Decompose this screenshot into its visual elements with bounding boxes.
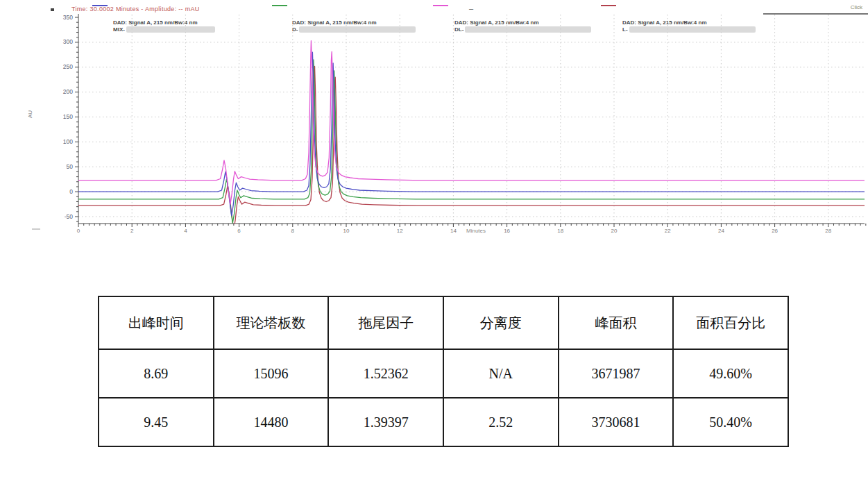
cell-theoretical-plates: 14480 bbox=[214, 398, 329, 446]
svg-text:16: 16 bbox=[504, 228, 510, 234]
col-header-retention-time: 出峰时间 bbox=[99, 296, 214, 349]
cell-tailing-factor: 1.52362 bbox=[328, 349, 443, 398]
cell-peak-area: 3671987 bbox=[559, 349, 674, 398]
svg-text:-50: -50 bbox=[65, 213, 74, 220]
col-header-tailing-factor: 拖尾因子 bbox=[328, 296, 443, 349]
svg-text:50: 50 bbox=[67, 163, 74, 170]
chromatogram-plot[interactable]: 350300250200150100500-500246810121416182… bbox=[0, 0, 868, 244]
svg-text:350: 350 bbox=[63, 14, 73, 21]
svg-text:12: 12 bbox=[397, 228, 403, 234]
svg-text:250: 250 bbox=[63, 63, 73, 70]
cell-peak-area: 3730681 bbox=[559, 398, 674, 446]
svg-text:20: 20 bbox=[611, 228, 618, 234]
svg-text:2: 2 bbox=[130, 228, 134, 234]
table-row: 9.45 14480 1.39397 2.52 3730681 50.40% bbox=[99, 398, 788, 446]
svg-text:0: 0 bbox=[77, 228, 80, 234]
cell-retention-time: 8.69 bbox=[99, 349, 214, 398]
peak-results-table: 出峰时间 理论塔板数 拖尾因子 分离度 峰面积 面积百分比 8.69 15096… bbox=[98, 296, 789, 447]
svg-text:26: 26 bbox=[772, 228, 778, 234]
svg-text:14: 14 bbox=[450, 228, 457, 234]
svg-text:300: 300 bbox=[63, 38, 73, 45]
svg-text:10: 10 bbox=[343, 228, 350, 234]
svg-text:22: 22 bbox=[665, 228, 671, 234]
col-header-peak-area: 峰面积 bbox=[559, 296, 674, 349]
cell-retention-time: 9.45 bbox=[99, 398, 214, 446]
table-header-row: 出峰时间 理论塔板数 拖尾因子 分离度 峰面积 面积百分比 bbox=[99, 296, 788, 349]
cell-tailing-factor: 1.39397 bbox=[328, 398, 443, 446]
cell-area-percent: 50.40% bbox=[673, 398, 788, 446]
svg-text:28: 28 bbox=[825, 228, 831, 234]
svg-text:18: 18 bbox=[557, 228, 563, 234]
table-row: 8.69 15096 1.52362 N/A 3671987 49.60% bbox=[99, 349, 788, 398]
col-header-area-percent: 面积百分比 bbox=[673, 296, 788, 349]
cell-area-percent: 49.60% bbox=[673, 349, 788, 398]
svg-text:100: 100 bbox=[63, 138, 73, 145]
svg-text:0: 0 bbox=[69, 188, 73, 195]
cell-resolution: 2.52 bbox=[443, 398, 559, 446]
cell-resolution: N/A bbox=[443, 349, 559, 398]
svg-text:4: 4 bbox=[184, 228, 187, 234]
col-header-resolution: 分离度 bbox=[443, 296, 559, 349]
svg-text:8: 8 bbox=[291, 228, 295, 234]
svg-text:6: 6 bbox=[237, 228, 241, 234]
cell-theoretical-plates: 15096 bbox=[214, 349, 329, 398]
svg-text:200: 200 bbox=[63, 88, 73, 95]
svg-text:24: 24 bbox=[718, 228, 724, 234]
page: Time: 30.0002 Minutes - Amplitude: -- mA… bbox=[0, 0, 868, 495]
col-header-theoretical-plates: 理论塔板数 bbox=[214, 296, 329, 349]
svg-text:150: 150 bbox=[63, 113, 73, 120]
